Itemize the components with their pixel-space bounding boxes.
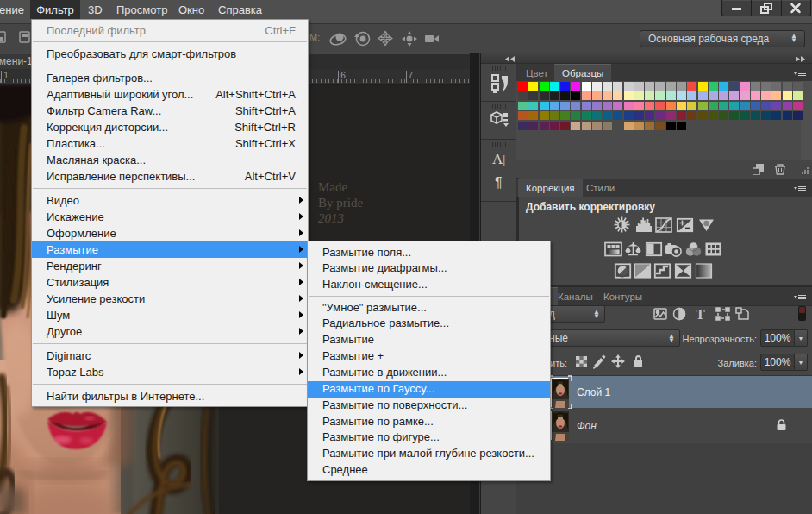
svg-text:T: T (696, 307, 705, 321)
